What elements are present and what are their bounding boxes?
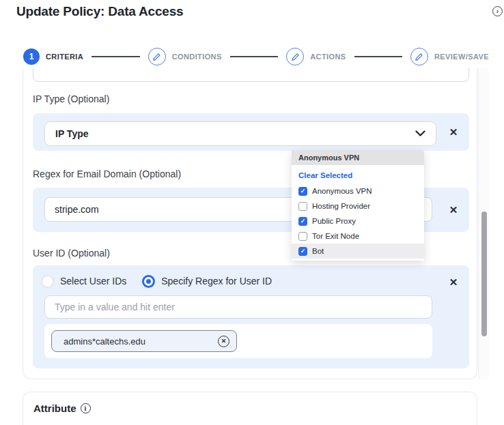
step-label: REVIEW/SAVE bbox=[434, 53, 489, 61]
checkbox-icon[interactable]: ✓ bbox=[298, 187, 307, 196]
dropdown-option-hosting-provider[interactable]: ✓ Hosting Provider bbox=[292, 199, 424, 214]
remove-email-regex-button[interactable]: ✕ bbox=[447, 203, 460, 216]
chip-remove-icon[interactable]: ✕ bbox=[218, 336, 229, 347]
check-icon: ✓ bbox=[300, 218, 306, 224]
ip-type-select[interactable]: IP Type bbox=[44, 121, 436, 146]
dropdown-option-label: Anonymous VPN bbox=[312, 187, 372, 195]
remove-ip-type-button[interactable]: ✕ bbox=[447, 125, 460, 138]
ip-type-dropdown: Anonymous VPN Clear Selected ✓ Anonymous… bbox=[292, 150, 424, 261]
info-icon[interactable]: i bbox=[81, 403, 91, 413]
checkbox-icon[interactable]: ✓ bbox=[298, 202, 307, 211]
step-conditions[interactable]: CONDITIONS bbox=[148, 48, 222, 65]
wizard-stepper: 1 CRITERIA CONDITIONS ACTIONS REVIEW/SAV… bbox=[23, 47, 489, 66]
ip-type-panel: IP Type ✕ bbox=[33, 113, 469, 151]
email-regex-label: Regex for Email Domain (Optional) bbox=[33, 168, 181, 179]
user-id-chip-label: admins*caltechs.edu bbox=[64, 336, 145, 347]
dropdown-option-label: Tor Exit Node bbox=[312, 232, 359, 240]
user-id-label: User ID (Optional) bbox=[33, 248, 110, 259]
scrollbar-thumb[interactable] bbox=[481, 211, 487, 336]
ip-type-label: IP Type (Optional) bbox=[33, 93, 109, 104]
chevron-right-icon: › bbox=[496, 8, 499, 15]
clipped-input-field[interactable] bbox=[33, 68, 469, 82]
pencil-icon bbox=[286, 48, 304, 65]
ip-type-select-value: IP Type bbox=[55, 128, 89, 139]
dropdown-option-public-proxy[interactable]: ✓ Public Proxy bbox=[292, 214, 424, 229]
specify-regex-radio-label[interactable]: Specify Regex for User ID bbox=[161, 276, 272, 287]
step-connector bbox=[230, 56, 278, 57]
history-icon[interactable]: › bbox=[492, 6, 503, 16]
clear-selected-link[interactable]: Clear Selected bbox=[292, 169, 424, 184]
attribute-label: Attribute bbox=[33, 402, 76, 414]
dropdown-option-label: Bot bbox=[312, 247, 324, 255]
dropdown-option-anonymous-vpn[interactable]: ✓ Anonymous VPN bbox=[292, 184, 424, 199]
select-user-ids-radio[interactable] bbox=[41, 275, 54, 288]
checkbox-icon[interactable]: ✓ bbox=[298, 217, 307, 226]
user-id-panel: Select User IDs Specify Regex for User I… bbox=[33, 265, 469, 368]
check-icon: ✓ bbox=[300, 188, 306, 194]
dropdown-option-bot[interactable]: ✓ Bot bbox=[292, 244, 424, 259]
specify-regex-radio[interactable] bbox=[142, 275, 155, 288]
dropdown-selected-header[interactable]: Anonymous VPN bbox=[292, 150, 424, 165]
step-criteria[interactable]: 1 CRITERIA bbox=[23, 48, 83, 65]
step-connector bbox=[354, 56, 402, 57]
user-id-chip: admins*caltechs.edu ✕ bbox=[51, 330, 237, 352]
dropdown-option-tor-exit-node[interactable]: ✓ Tor Exit Node bbox=[292, 229, 424, 244]
step-label: CRITERIA bbox=[46, 53, 83, 61]
attribute-card: Attribute i bbox=[23, 392, 477, 425]
step-review-save[interactable]: REVIEW/SAVE bbox=[410, 48, 489, 65]
user-id-regex-input[interactable] bbox=[44, 295, 432, 319]
remove-user-id-button[interactable]: ✕ bbox=[447, 275, 460, 289]
check-icon: ✓ bbox=[300, 248, 306, 254]
step-actions[interactable]: ACTIONS bbox=[286, 48, 346, 65]
scrollbar-track[interactable] bbox=[478, 68, 489, 379]
dropdown-option-label: Hosting Provider bbox=[312, 202, 370, 210]
page-title: Update Policy: Data Access bbox=[16, 4, 183, 19]
dropdown-body: Clear Selected ✓ Anonymous VPN ✓ Hosting… bbox=[292, 165, 424, 261]
step-label: ACTIONS bbox=[310, 53, 346, 61]
step-number-badge: 1 bbox=[23, 48, 40, 65]
step-connector bbox=[92, 56, 139, 57]
step-label: CONDITIONS bbox=[172, 53, 222, 61]
user-id-radio-group: Select User IDs Specify Regex for User I… bbox=[41, 274, 272, 289]
checkbox-icon[interactable]: ✓ bbox=[298, 247, 307, 256]
chevron-down-icon[interactable] bbox=[415, 130, 425, 137]
user-id-chip-list: admins*caltechs.edu ✕ bbox=[44, 324, 432, 358]
checkbox-icon[interactable]: ✓ bbox=[298, 232, 307, 241]
pencil-icon bbox=[410, 48, 428, 65]
select-user-ids-radio-label[interactable]: Select User IDs bbox=[60, 276, 126, 287]
pencil-icon bbox=[148, 48, 166, 65]
dropdown-option-label: Public Proxy bbox=[312, 217, 356, 225]
